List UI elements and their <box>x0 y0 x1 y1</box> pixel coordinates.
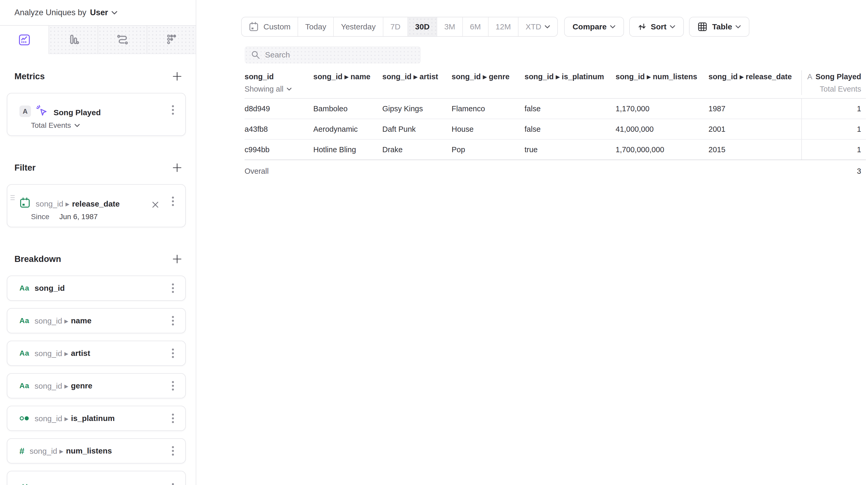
chevron-down-icon <box>286 87 292 91</box>
breakdown-property-prefix: song_id ▸ <box>35 381 68 391</box>
breakdown-card[interactable]: Aa song_id ▸ artist <box>7 341 186 366</box>
cell-num-listens: 1,700,000,000 <box>616 140 709 159</box>
tab-funnels[interactable] <box>49 26 98 54</box>
drag-handle-icon[interactable] <box>10 194 15 201</box>
column-header[interactable]: song_id ▸ artist <box>382 70 452 95</box>
add-breakdown-button[interactable] <box>172 254 182 264</box>
cell-song-id: d8d949 <box>245 99 313 119</box>
date-range-12m[interactable]: 12M <box>489 17 519 36</box>
breakdown-property-name: is_platinum <box>71 414 115 423</box>
boolean-type-icon <box>20 416 29 421</box>
breakdown-property-name: song_id <box>35 284 65 293</box>
filter-property-name: release_date <box>72 200 120 208</box>
column-header[interactable]: song_id <box>245 70 313 83</box>
column-header[interactable]: song_id ▸ release_date <box>709 70 801 95</box>
sort-button[interactable]: Sort <box>629 17 684 37</box>
date-range-xtd[interactable]: XTD <box>519 17 557 36</box>
column-header[interactable]: song_id ▸ is_platinum <box>525 70 616 95</box>
tab-flows[interactable] <box>98 26 147 54</box>
cell-genre: Pop <box>452 140 525 159</box>
column-header[interactable]: song_id ▸ num_listens <box>616 70 709 95</box>
breakdown-options-kebab-icon[interactable] <box>170 444 175 458</box>
breakdown-card[interactable]: Aa song_id <box>7 276 186 301</box>
results-table: song_id Showing all song_id ▸ name song_… <box>245 67 866 182</box>
text-type-icon: Aa <box>20 284 29 292</box>
cell-genre: House <box>452 119 525 139</box>
column-header[interactable]: song_id ▸ name <box>313 70 382 95</box>
table-search[interactable] <box>245 46 421 63</box>
breakdown-card[interactable]: song_id ▸ is_platinum <box>7 406 186 431</box>
breakdown-options-kebab-icon[interactable] <box>170 281 175 295</box>
date-range-yesterday[interactable]: Yesterday <box>334 17 383 36</box>
date-range-label: Today <box>305 22 326 31</box>
cell-name: Hotline Bling <box>313 140 382 159</box>
filter-value[interactable]: Jun 6, 1987 <box>59 213 98 221</box>
cell-release-date: 2015 <box>709 140 801 159</box>
metric-aggregation-dropdown[interactable]: Total Events <box>31 118 175 133</box>
funnels-bars-icon <box>67 34 80 46</box>
metric-options-kebab-icon[interactable] <box>170 103 175 117</box>
metric-card[interactable]: A Song Played Total Events <box>7 93 186 136</box>
retention-dots-icon <box>165 34 178 46</box>
insights-chart-icon <box>19 34 30 46</box>
results-panel: Custom Today Yesterday 7D 30D 3M 6M 12M … <box>197 0 868 485</box>
breakdown-card[interactable]: Aa song_id ▸ genre <box>7 373 186 398</box>
breakdown-options-kebab-icon[interactable] <box>170 379 175 393</box>
date-range-6m[interactable]: 6M <box>463 17 489 36</box>
metric-column-header[interactable]: ASong Played Total Events <box>801 70 866 95</box>
breakdown-options-kebab-icon[interactable] <box>170 346 175 360</box>
breakdown-options-kebab-icon[interactable] <box>170 481 175 485</box>
table-header-row: song_id Showing all song_id ▸ name song_… <box>245 67 866 99</box>
add-filter-button[interactable] <box>172 163 182 173</box>
cell-metric-value: 1 <box>801 99 866 119</box>
filter-card[interactable]: song_id ▸ release_date Since Jun 6, 1987 <box>7 184 186 227</box>
table-grid-icon <box>698 22 707 32</box>
chevron-down-icon <box>74 124 80 127</box>
metric-event-name: Song Played <box>54 108 101 117</box>
breakdown-property-name: genre <box>71 381 92 390</box>
cell-num-listens: 1,170,000 <box>616 99 709 119</box>
calendar-icon <box>20 198 30 208</box>
calendar-icon <box>20 484 30 485</box>
date-range-today[interactable]: Today <box>298 17 334 36</box>
date-range-30d[interactable]: 30D <box>408 17 437 36</box>
filter-operator[interactable]: Since <box>31 213 49 221</box>
breakdown-property-prefix: song_id ▸ <box>35 414 68 423</box>
compare-label: Compare <box>572 22 607 31</box>
date-range-3m[interactable]: 3M <box>437 17 463 36</box>
breakdown-card[interactable]: song_id ▸ release_date by Year <box>7 471 186 485</box>
search-input[interactable] <box>265 51 414 59</box>
column-header[interactable]: song_id ▸ genre <box>452 70 525 95</box>
add-metric-button[interactable] <box>172 71 182 81</box>
entity-selector[interactable]: User <box>90 8 108 17</box>
breakdown-options-kebab-icon[interactable] <box>170 314 175 328</box>
flows-icon <box>117 34 129 46</box>
date-range-custom[interactable]: Custom <box>242 17 298 36</box>
cell-is-platinum: true <box>525 140 616 159</box>
date-range-7d[interactable]: 7D <box>383 17 408 36</box>
breakdown-card[interactable]: # song_id ▸ num_listens <box>7 438 186 463</box>
cell-metric-value: 1 <box>801 140 866 159</box>
tab-insights[interactable] <box>0 26 49 54</box>
filter-options-kebab-icon[interactable] <box>170 194 175 208</box>
chevron-down-icon <box>111 11 118 15</box>
breakdown-card[interactable]: Aa song_id ▸ name <box>7 308 186 333</box>
cell-is-platinum: false <box>525 99 616 119</box>
compare-button[interactable]: Compare <box>564 17 624 37</box>
cell-name: Aerodynamic <box>313 119 382 139</box>
date-range-label: Yesterday <box>341 22 375 31</box>
view-type-button[interactable]: Table <box>689 17 749 37</box>
metric-column-name: Song Played <box>815 72 861 81</box>
metric-series-badge: A <box>807 72 812 81</box>
cell-name: Bamboleo <box>313 99 382 119</box>
cell-release-date: 2001 <box>709 119 801 139</box>
date-range-label: 3M <box>444 22 455 31</box>
date-range-label: 7D <box>391 22 400 31</box>
metric-series-badge: A <box>20 105 31 117</box>
remove-filter-icon[interactable] <box>152 201 159 208</box>
showing-all-dropdown[interactable]: Showing all <box>245 83 313 95</box>
breakdown-options-kebab-icon[interactable] <box>170 411 175 425</box>
text-type-icon: Aa <box>20 349 29 358</box>
tab-retention[interactable] <box>147 26 196 54</box>
number-type-icon: # <box>20 446 24 456</box>
